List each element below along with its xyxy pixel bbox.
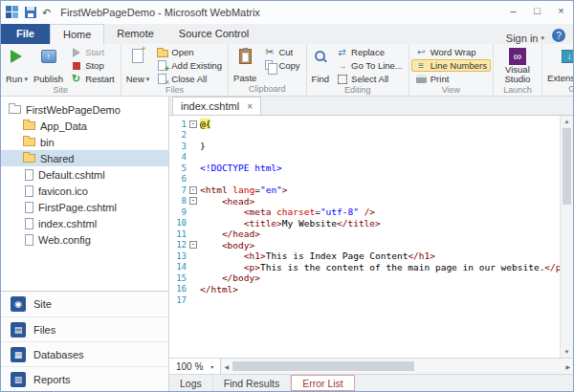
vertical-scrollbar[interactable]: ▲ ▼ (560, 116, 573, 358)
zoom-control[interactable]: 100 % ▾ (169, 359, 221, 374)
folder-icon (23, 154, 35, 163)
ribbon-group-editing: Find Replace Go To Line... Select All Ed… (307, 44, 409, 96)
copy-button[interactable]: Copy (259, 59, 303, 72)
stop-button[interactable]: Stop (66, 59, 119, 72)
paste-button[interactable]: Paste (231, 45, 259, 84)
tree-item-label: index.cshtml (38, 218, 97, 229)
group-label-files: Files (123, 85, 226, 96)
scroll-left-icon[interactable]: ◀ (224, 363, 229, 370)
zoom-value: 100 % (176, 361, 203, 372)
site-icon: ◉ (11, 296, 26, 312)
fold-toggle-icon[interactable]: - (189, 120, 197, 128)
line-number: 17 (169, 295, 187, 305)
tree-item-label: Default.cshtml (38, 169, 105, 181)
scrollbar-thumb[interactable] (563, 128, 571, 205)
save-icon[interactable] (25, 7, 36, 18)
code-area[interactable]: 1-@{23}45<!DOCTYPE html>67-<html lang="e… (169, 116, 560, 358)
workspace-reports[interactable]: ▥Reports (1, 366, 168, 391)
publish-button[interactable]: Publish (31, 45, 66, 85)
tree-item-label: FirstPage.cshtml (38, 202, 117, 213)
group-label-clipboard: Clipboard (231, 84, 303, 96)
tree-item-label: Shared (40, 153, 74, 164)
open-folder-icon (157, 50, 168, 57)
workspace-databases[interactable]: ▦Databases (1, 341, 168, 366)
close-button[interactable]: × (549, 1, 573, 19)
scroll-up-icon[interactable]: ▲ (564, 117, 570, 126)
run-button[interactable]: Run▾ (3, 45, 31, 85)
tree-item-favicon-ico[interactable]: favicon.ico (1, 183, 168, 199)
tree-item-app-data[interactable]: App_Data (1, 118, 168, 134)
folder-icon (23, 121, 35, 130)
close-all-button[interactable]: Close All (152, 73, 226, 85)
bottom-tabs: LogsFind ResultsError List (169, 374, 573, 391)
tab-file[interactable]: File (1, 24, 50, 44)
tree-item-bin[interactable]: bin (1, 134, 168, 150)
minimize-button[interactable]: – (501, 1, 525, 19)
webmatrix-logo-icon (6, 6, 19, 19)
group-label-editing: Editing (309, 85, 407, 96)
code-line-2: 2 (169, 130, 560, 142)
find-button[interactable]: Find (309, 45, 332, 85)
scrollbar-thumb[interactable] (232, 361, 414, 371)
tree-item-web-config[interactable]: Web.config (1, 231, 168, 248)
run-icon (11, 47, 22, 65)
tab-home[interactable]: Home (50, 24, 104, 44)
file-icon (25, 218, 33, 229)
code-line-11: 11 </head> (169, 229, 560, 240)
code-line-6: 6 (169, 174, 560, 185)
line-number: 15 (169, 273, 187, 283)
tree-item-index-cshtml[interactable]: index.cshtml (1, 215, 168, 231)
file-icon (25, 234, 33, 246)
code-line-5: 5<!DOCTYPE html> (169, 163, 560, 174)
restart-button[interactable]: ↻Restart (66, 73, 119, 85)
tab-close-icon[interactable]: × (247, 101, 253, 112)
replace-button[interactable]: Replace (332, 46, 407, 58)
print-button[interactable]: Print (411, 73, 491, 85)
scroll-down-icon[interactable]: ▼ (564, 347, 570, 357)
maximize-button[interactable]: □ (525, 1, 549, 19)
fold-toggle-icon[interactable]: - (189, 186, 197, 194)
reports-icon: ▥ (11, 372, 26, 387)
fold-toggle-icon[interactable]: - (189, 241, 197, 249)
go-to-line-button[interactable]: Go To Line... (332, 59, 407, 72)
add-existing-button[interactable]: Add Existing (152, 59, 226, 72)
editor-tab-index-cshtml[interactable]: index.cshtml × (172, 97, 261, 115)
extensions-button[interactable]: Extensions (544, 45, 573, 84)
copy-icon (265, 60, 273, 70)
select-all-button[interactable]: Select All (332, 73, 407, 85)
visual-studio-button[interactable]: Visual Studio (496, 45, 540, 85)
workspace-site[interactable]: ◉Site (1, 292, 168, 316)
code-line-15: 15 </body> (169, 272, 560, 284)
line-number: 1 (169, 120, 187, 129)
visual-studio-icon (509, 48, 526, 65)
bottom-tab-error-list[interactable]: Error List (291, 375, 355, 391)
tree-item-firstwebpagedemo[interactable]: FirstWebPageDemo (1, 101, 168, 118)
new-button[interactable]: New▾ (123, 45, 153, 85)
titlebar: ↶ FirstWebPageDemo - Microsoft WebMatrix… (1, 1, 573, 24)
tab-remote[interactable]: Remote (104, 24, 166, 44)
bottom-tab-find-results[interactable]: Find Results (213, 375, 291, 391)
code-line-16: 16</html> (169, 284, 560, 295)
code-line-17: 17 (169, 294, 560, 306)
workspace-files[interactable]: ▤Files (1, 316, 168, 341)
scroll-right-icon[interactable]: ▶ (565, 363, 570, 370)
code-line-7: 7-<html lang="en"> (169, 185, 560, 196)
chevron-down-icon: ▾ (541, 34, 544, 42)
tree-item-shared[interactable]: Shared (1, 150, 168, 166)
sign-in-link[interactable]: Sign in▾ (506, 33, 544, 44)
open-button[interactable]: Open (152, 46, 226, 58)
help-icon[interactable]: ? (552, 29, 565, 42)
horizontal-scrollbar[interactable]: ◀ ▶ (221, 359, 573, 374)
bottom-tab-logs[interactable]: Logs (169, 375, 213, 391)
tree-item-default-cshtml[interactable]: Default.cshtml (1, 166, 168, 183)
word-wrap-button[interactable]: Word Wrap (411, 46, 491, 58)
line-numbers-button[interactable]: Line Numbers (411, 59, 491, 72)
tree-item-firstpage-cshtml[interactable]: FirstPage.cshtml (1, 199, 168, 215)
close-all-icon (158, 74, 166, 84)
add-file-icon (158, 60, 166, 71)
start-button[interactable]: Start (66, 46, 119, 58)
undo-icon[interactable]: ↶ (42, 7, 51, 18)
cut-button[interactable]: Cut (259, 46, 303, 58)
fold-toggle-icon[interactable]: - (189, 197, 197, 205)
tab-source-control[interactable]: Source Control (166, 24, 261, 44)
